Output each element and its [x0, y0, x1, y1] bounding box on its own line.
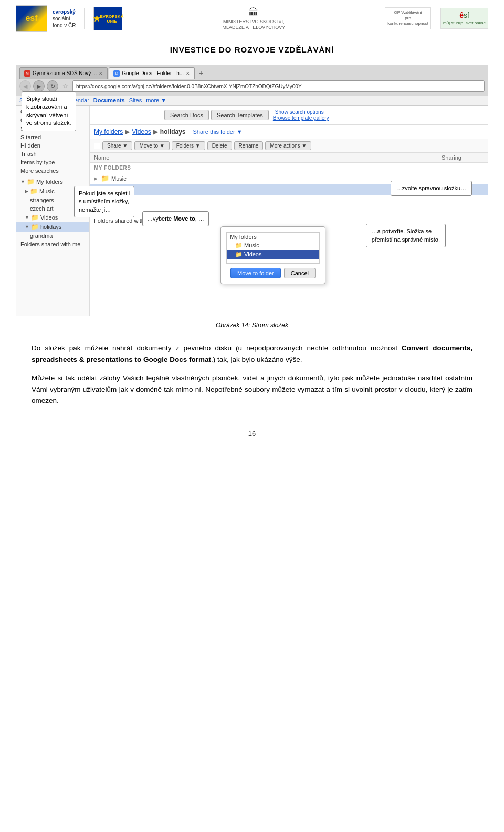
rename-button[interactable]: Rename — [234, 141, 264, 150]
videos-arrow: ▼ — [25, 215, 29, 220]
tab-docs[interactable]: D Google Docs - Folder - h... ✕ — [109, 67, 195, 79]
videos-icon: 📁 — [31, 214, 39, 221]
back-button[interactable]: ◀ — [19, 80, 31, 92]
logo-group-right: OP Vzděláváníprokonkurenceschopnost êsf … — [385, 7, 488, 29]
docs-favicon: D — [113, 70, 120, 77]
myfolders-icon: 📁 — [27, 178, 35, 185]
page-number: 16 — [0, 424, 504, 443]
caption: Obrázek 14: Strom složek — [0, 321, 504, 329]
convert-docs-strong: Convert documents, spreadsheets & presen… — [32, 344, 472, 363]
sidebar-item-starred[interactable]: Starred — [16, 133, 89, 141]
tab-gmail-close[interactable]: ✕ — [99, 71, 103, 76]
zvolte-callout: …zvolte správnou složku… — [391, 181, 472, 196]
search-area: Search Docs Search Templates Show search… — [90, 106, 488, 125]
sidebar-item-myfolders[interactable]: ▼ 📁 My folders — [16, 177, 89, 186]
show-search-options-link[interactable]: Show search options — [275, 109, 324, 115]
breadcrumb-videos[interactable]: Videos — [132, 128, 151, 136]
music-list-arrow: ▶ — [94, 176, 98, 181]
sidebar-item-grandma[interactable]: grandma — [16, 232, 89, 240]
move-to-folder-button[interactable]: Move to folder — [230, 268, 281, 278]
more-actions-button[interactable]: More actions ▼ — [265, 141, 311, 150]
browser-nav: ◀ ▶ ↻ ☆ https://docs.google.com/a/gnj.cz… — [19, 80, 485, 92]
music-icon: 📁 — [30, 188, 38, 195]
search-options-group: Show search options Browse template gall… — [273, 109, 329, 121]
vyberte-text: …vyberte Move to, … — [147, 215, 204, 222]
body-text: Do složek pak můžete nahrát dokumenty z … — [0, 332, 504, 424]
tab-docs-label: Google Docs - Folder - h... — [122, 70, 184, 76]
refresh-button[interactable]: ↻ — [47, 80, 58, 92]
move-dialog-myfolders[interactable]: My folders — [227, 233, 319, 241]
sipky-callout: Šipky sloužík zobrazování askrývání větv… — [22, 91, 76, 131]
toolbar-sites[interactable]: Sites — [129, 97, 142, 103]
breadcrumb-sep1: ▶ — [125, 128, 130, 136]
cancel-button[interactable]: Cancel — [284, 268, 316, 278]
tab-docs-close[interactable]: ✕ — [186, 71, 190, 76]
sidebar-item-holidays[interactable]: ▼ 📁 holidays — [16, 222, 89, 232]
op-logo: OP Vzděláváníprokonkurenceschopnost — [385, 7, 431, 29]
toolbar-documents[interactable]: Documents — [93, 97, 125, 103]
zvolte-text: …zvolte správnou složku… — [396, 185, 466, 191]
file-list-header: Name Sharing — [90, 153, 488, 163]
browser-tabs: M Gymnázium a SOŠ Nový ... ✕ D Google Do… — [19, 67, 485, 79]
gdocs-toolbar: Start Page Mail Calendar Documents Sites… — [16, 96, 488, 106]
holidays-arrow: ▼ — [25, 224, 29, 230]
myfolders-section: My folders — [90, 163, 488, 173]
folders-button[interactable]: Folders ▼ — [172, 141, 205, 150]
sidebar-item-trash[interactable]: Trash — [16, 150, 89, 158]
potvrdte-text: …a potvrďte. Složka sepřemístí na správn… — [372, 228, 440, 242]
vyberte-callout: …vyberte Move to, … — [142, 211, 209, 226]
msmt-logo: 🏛 MINISTERSTVO ŠKOLSTVÍ,MLÁDEŽE A TĚLOVÝ… — [222, 6, 285, 30]
move-dialog-music[interactable]: 📁 Music — [227, 241, 319, 250]
music-arrow: ▶ — [25, 189, 28, 194]
esf-text: evropský sociální fond v ČR — [52, 8, 76, 29]
move-dialog-videos[interactable]: 📁 Videos — [227, 250, 319, 259]
header-logos: esf evropský sociální fond v ČR ★ EVROPS… — [0, 0, 504, 37]
sidebar-item-more[interactable]: More searches — [16, 167, 89, 175]
eu-logo: ★ EVROPSKÁUNIE — [93, 7, 122, 30]
move-dialog-folder-list[interactable]: My folders 📁 Music 📁 Videos — [226, 232, 320, 264]
search-input[interactable] — [94, 109, 162, 121]
move-dialog-buttons: Move to folder Cancel — [226, 268, 320, 278]
pokud-text: Pokud jste se spletlis umístěním složky,… — [79, 190, 130, 213]
gmail-favicon: M — [24, 70, 30, 77]
move-to-button[interactable]: Move to ▼ — [134, 141, 169, 150]
delete-button[interactable]: Delete — [207, 141, 232, 150]
esf2-logo: êsf můj studijní svět online — [440, 8, 488, 29]
sidebar-item-folders-shared[interactable]: Folders shared with me — [16, 240, 89, 248]
holidays-icon: 📁 — [31, 223, 39, 231]
select-all-checkbox[interactable] — [94, 143, 100, 149]
sidebar-item-hidden[interactable]: Hidden — [16, 141, 89, 150]
music-folder-icon: 📁 — [101, 174, 109, 182]
new-tab-button[interactable]: + — [196, 67, 206, 79]
body-p1: Do složek pak můžete nahrát dokumenty z … — [32, 342, 472, 365]
breadcrumb-sep2: ▶ — [153, 128, 158, 136]
action-bar: Share ▼ Move to ▼ Folders ▼ Delete Renam… — [90, 139, 488, 153]
browser-chrome: M Gymnázium a SOŠ Nový ... ✕ D Google Do… — [16, 65, 488, 96]
page-title: INVESTICE DO ROZVOJE VZDĚLÁVÁNÍ — [0, 37, 504, 59]
browse-template-gallery-link[interactable]: Browse template gallery — [273, 115, 329, 121]
screenshot-inner: M Gymnázium a SOŠ Nový ... ✕ D Google Do… — [16, 65, 488, 316]
forward-button[interactable]: ▶ — [33, 80, 45, 92]
tab-gmail[interactable]: M Gymnázium a SOŠ Nový ... ✕ — [19, 67, 108, 79]
today-section: TODAY — [90, 195, 488, 205]
move-dialog: My folders 📁 Music 📁 Videos Move to fold… — [220, 226, 326, 284]
search-docs-button[interactable]: Search Docs — [164, 110, 209, 120]
tab-gmail-label: Gymnázium a SOŠ Nový ... — [33, 70, 97, 76]
share-button[interactable]: Share ▼ — [102, 141, 132, 150]
col-name-header: Name — [94, 154, 442, 161]
logo-group-left: esf evropský sociální fond v ČR ★ EVROPS… — [16, 5, 122, 32]
potvrdte-callout: …a potvrďte. Složka sepřemístí na správn… — [366, 224, 446, 247]
sidebar-item-types[interactable]: Items by type — [16, 158, 89, 167]
breadcrumb-holidays: holidays — [160, 128, 186, 136]
address-bar[interactable]: https://docs.google.com/a/gnj.cz/#folder… — [72, 80, 485, 92]
share-folder-button[interactable]: Share this folder ▼ — [193, 129, 243, 135]
col-sharing-header: Sharing — [442, 154, 484, 161]
breadcrumb-myfolders[interactable]: My folders — [94, 128, 123, 136]
address-text: https://docs.google.com/a/gnj.cz/#folder… — [76, 84, 302, 89]
sipky-text: Šipky sloužík zobrazování askrývání větv… — [26, 96, 71, 126]
toolbar-more[interactable]: more ▼ — [146, 97, 166, 103]
screenshot-container: M Gymnázium a SOŠ Nový ... ✕ D Google Do… — [16, 65, 488, 316]
search-templates-button[interactable]: Search Templates — [211, 110, 269, 120]
bookmark-icon[interactable]: ☆ — [62, 82, 68, 90]
logo-group-center: 🏛 MINISTERSTVO ŠKOLSTVÍ,MLÁDEŽE A TĚLOVÝ… — [222, 6, 285, 30]
